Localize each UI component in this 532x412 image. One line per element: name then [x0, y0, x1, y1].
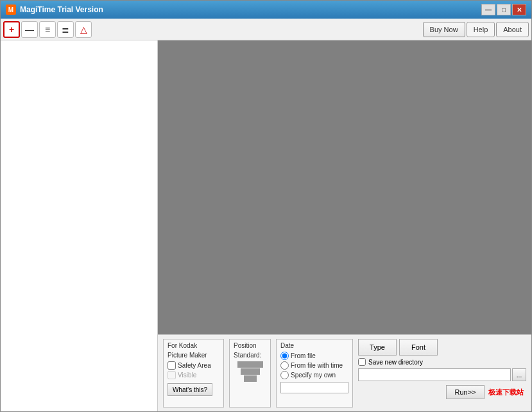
specify-own-row: Specify my own — [280, 371, 348, 379]
minimize-button[interactable]: — — [481, 4, 495, 15]
window-controls: — □ ✕ — [481, 4, 526, 15]
help-button[interactable]: Help — [467, 22, 495, 37]
safety-area-label: Safety Area — [178, 362, 211, 369]
position-stairs-visual — [234, 361, 266, 382]
from-file-row: From file — [280, 352, 348, 360]
right-controls: Type Font Save new directory ... Run>> — [358, 339, 526, 408]
position-standard-label: Standard: — [234, 352, 266, 359]
from-file-time-label: From file with time — [291, 362, 343, 369]
left-panel — [1, 40, 158, 411]
kodak-group-title1: For Kodak — [167, 342, 219, 349]
visible-row: Visible — [167, 371, 219, 379]
font-button[interactable]: Font — [399, 339, 438, 356]
save-new-dir-checkbox[interactable] — [358, 358, 366, 366]
maximize-button[interactable]: □ — [497, 4, 511, 15]
marker-button[interactable]: △ — [75, 21, 92, 38]
safety-area-row: Safety Area — [167, 361, 219, 370]
save-new-dir-label: Save new directory — [368, 359, 423, 366]
date-group: Date From file From file with time Speci… — [276, 339, 353, 408]
from-file-radio[interactable] — [280, 352, 289, 360]
date-input[interactable] — [280, 382, 348, 393]
kodak-group-title2: Picture Maker — [167, 352, 219, 359]
from-file-time-row: From file with time — [280, 361, 348, 370]
main-area: For Kodak Picture Maker Safety Area Visi… — [158, 40, 531, 411]
content-area: For Kodak Picture Maker Safety Area Visi… — [1, 40, 531, 411]
buy-now-button[interactable]: Buy Now — [423, 22, 465, 37]
close-button[interactable]: ✕ — [512, 4, 526, 15]
visible-label: Visible — [178, 372, 196, 379]
main-window: M MagiTime Trial Version — □ ✕ + — ≡ ≣ △… — [0, 0, 532, 412]
bottom-panel: For Kodak Picture Maker Safety Area Visi… — [158, 334, 531, 411]
date-group-title: Date — [280, 342, 348, 349]
watermark-text: 极速下载站 — [488, 388, 524, 397]
toolbar: + — ≡ ≣ △ Buy Now Help About — [1, 19, 531, 40]
position-group: Position Standard: — [229, 339, 271, 408]
from-file-label: From file — [291, 352, 316, 359]
add-button[interactable]: + — [3, 21, 20, 38]
about-button[interactable]: About — [496, 22, 529, 37]
list-view-button[interactable]: ≡ — [39, 21, 56, 38]
visible-checkbox[interactable] — [167, 371, 176, 379]
run-button[interactable]: Run>> — [446, 385, 485, 399]
window-title: MagiTime Trial Version — [20, 5, 481, 14]
from-file-time-radio[interactable] — [280, 361, 289, 370]
whats-this-button[interactable]: What's this? — [167, 383, 212, 396]
stair-1 — [237, 361, 263, 368]
run-area: Run>> 极速下载站 — [358, 384, 526, 400]
dir-path-input[interactable] — [358, 368, 511, 381]
type-button[interactable]: Type — [358, 339, 397, 356]
browse-button[interactable]: ... — [512, 368, 526, 381]
dir-input-row: ... — [358, 368, 526, 381]
safety-area-checkbox[interactable] — [167, 361, 176, 370]
app-icon: M — [6, 4, 16, 15]
canvas-area — [158, 40, 531, 334]
detail-view-button[interactable]: ≣ — [57, 21, 74, 38]
kodak-group: For Kodak Picture Maker Safety Area Visi… — [163, 339, 224, 408]
specify-own-radio[interactable] — [280, 371, 289, 379]
remove-button[interactable]: — — [21, 21, 38, 38]
position-group-title: Position — [234, 342, 266, 349]
stair-2 — [241, 368, 260, 375]
type-font-buttons: Type Font — [358, 339, 526, 356]
save-dir-row: Save new directory — [358, 358, 526, 366]
title-bar: M MagiTime Trial Version — □ ✕ — [1, 1, 531, 19]
stair-3 — [244, 375, 257, 382]
specify-own-label: Specify my own — [291, 372, 336, 379]
